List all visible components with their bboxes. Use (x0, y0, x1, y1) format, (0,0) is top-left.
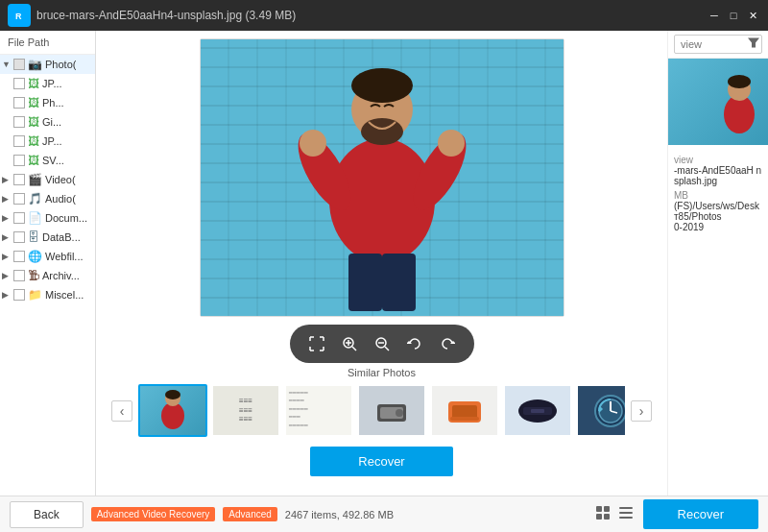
next-arrow[interactable]: › (631, 400, 652, 422)
svg-rect-29 (450, 417, 479, 421)
svg-point-21 (161, 402, 184, 429)
main-container: File Path ▼ 📷 Photo( 🖼 JP... 🖼 Ph... 🖼 G… (0, 31, 768, 496)
sv-checkbox[interactable] (13, 155, 25, 166)
recover-center-button[interactable]: Recover (310, 447, 452, 476)
archive-checkbox[interactable] (13, 270, 25, 281)
sidebar-item-archive[interactable]: ▶ 🗜 Archiv... (0, 266, 95, 285)
zoom-in-button[interactable] (336, 330, 363, 357)
db-expand-icon: ▶ (2, 232, 13, 242)
gi-checkbox[interactable] (13, 116, 25, 128)
similar-photos-row: ‹ (111, 384, 652, 437)
sidebar-item-jpg2[interactable]: 🖼 JP... (0, 132, 95, 151)
audio-icon: 🎵 (28, 192, 42, 206)
svg-rect-10 (348, 254, 382, 311)
back-button[interactable]: Back (10, 501, 84, 528)
preview-main: Similar Photos ‹ (96, 31, 768, 496)
db-checkbox[interactable] (13, 231, 25, 243)
docs-checkbox[interactable] (13, 212, 25, 224)
maximize-button[interactable]: □ (726, 8, 741, 23)
svg-rect-46 (619, 512, 633, 514)
archive-icon: 🗜 (28, 269, 39, 282)
filter-button[interactable] (747, 36, 760, 53)
sidebar-item-db[interactable]: ▶ 🗄 DataB... (0, 228, 95, 247)
fit-button[interactable] (303, 330, 330, 357)
thumbnail-1[interactable] (138, 384, 207, 437)
similar-photos-section: Similar Photos ‹ (104, 363, 660, 437)
minimize-button[interactable]: ─ (707, 8, 722, 23)
sidebar-item-gi[interactable]: 🖼 Gi... (0, 112, 95, 132)
thumbnail-7[interactable] (576, 384, 625, 437)
right-panel: view -mars-AndE50aaH nsplash.jpg MB (FS)… (667, 31, 768, 496)
image-controls (290, 325, 474, 363)
sidebar-item-docs[interactable]: ▶ 📄 Docum... (0, 208, 95, 228)
archive-expand-icon: ▶ (2, 271, 13, 280)
audio-label: Audio( (45, 193, 76, 205)
sidebar-item-misc[interactable]: ▶ 📁 Miscel... (0, 285, 95, 304)
svg-rect-47 (619, 517, 633, 519)
web-icon: 🌐 (28, 250, 42, 263)
db-label: DataB... (42, 231, 81, 243)
svg-rect-42 (604, 506, 610, 512)
svg-point-9 (438, 130, 465, 157)
photos-checkbox[interactable] (13, 59, 25, 70)
title-bar: R bruce-mars-AndE50aaHn4-unsplash.jpg (3… (0, 0, 768, 31)
jpg1-checkbox[interactable] (13, 78, 25, 89)
rotate-left-button[interactable] (401, 330, 428, 357)
prev-arrow[interactable]: ‹ (111, 400, 132, 422)
man-figure (296, 47, 468, 316)
sidebar-item-audio[interactable]: ▶ 🎵 Audio( (0, 189, 95, 208)
db-icon: 🗄 (28, 230, 39, 244)
search-bar-row (668, 31, 768, 59)
right-panel-info: view -mars-AndE50aaH nsplash.jpg MB (FS)… (668, 145, 768, 238)
svg-rect-45 (619, 507, 633, 509)
zoom-out-button[interactable] (369, 330, 396, 357)
status-text: 2467 items, 492.86 MB (285, 509, 394, 520)
close-button[interactable]: ✕ (745, 8, 760, 23)
archive-label: Archiv... (42, 270, 80, 281)
sv-label: SV... (42, 155, 64, 166)
jpg2-label: JP... (42, 135, 62, 147)
grid-view-button[interactable] (593, 503, 612, 525)
thumbnail-3[interactable]: ━━━━━━━━━━━━━━━━━━━━━━ (284, 384, 353, 437)
svg-rect-41 (596, 506, 602, 512)
sidebar-item-sv[interactable]: 🖼 SV... (0, 151, 95, 170)
web-expand-icon: ▶ (2, 252, 13, 261)
sidebar-item-photos[interactable]: ▼ 📷 Photo( (0, 55, 95, 74)
svg-line-17 (385, 347, 389, 351)
misc-expand-icon: ▶ (2, 290, 13, 300)
sidebar-item-web[interactable]: ▶ 🌐 Webfil... (0, 247, 95, 266)
path-value: (FS)/Users/ws/Deskт85/Photos (674, 201, 762, 222)
main-image (200, 38, 564, 317)
web-checkbox[interactable] (13, 251, 25, 262)
jpg1-icon: 🖼 (28, 77, 39, 90)
sidebar-item-videos[interactable]: ▶ 🎬 Video( (0, 170, 95, 189)
audio-checkbox[interactable] (13, 193, 25, 205)
sidebar-header: File Path (0, 31, 95, 55)
thumbnails-strip: ≡≡≡≡≡≡≡≡≡ ━━━━━━━━━━━━━━━━━━━━━━ (138, 384, 625, 437)
list-view-button[interactable] (616, 503, 636, 525)
thumbnail-5[interactable] (430, 384, 499, 437)
ph-icon: 🖼 (28, 96, 39, 109)
adv-video-tag: Advanced Video Recovery (91, 507, 216, 521)
docs-expand-icon: ▶ (2, 213, 13, 223)
svg-text:R: R (15, 12, 22, 21)
bottom-bar: Back Advanced Video Recovery Advanced 24… (0, 496, 768, 532)
videos-checkbox[interactable] (13, 174, 25, 185)
bottom-left: Back Advanced Video Recovery Advanced 24… (10, 501, 394, 528)
svg-point-4 (351, 68, 413, 103)
docs-icon: 📄 (28, 211, 42, 225)
thumbnail-4[interactable] (357, 384, 426, 437)
jpg2-checkbox[interactable] (13, 135, 25, 147)
ph-checkbox[interactable] (13, 97, 25, 109)
thumbnail-6[interactable] (503, 384, 572, 437)
sidebar-item-ph[interactable]: 🖼 Ph... (0, 93, 95, 112)
gi-icon: 🖼 (28, 115, 39, 129)
rotate-right-button[interactable] (434, 330, 461, 357)
misc-checkbox[interactable] (13, 289, 25, 301)
recover-button[interactable]: Recover (643, 499, 758, 529)
right-panel-thumbnail (668, 59, 768, 145)
videos-icon: 🎬 (28, 173, 42, 186)
svg-rect-43 (596, 514, 602, 520)
sidebar-item-jpg1[interactable]: 🖼 JP... (0, 74, 95, 93)
thumbnail-2[interactable]: ≡≡≡≡≡≡≡≡≡ (211, 384, 280, 437)
